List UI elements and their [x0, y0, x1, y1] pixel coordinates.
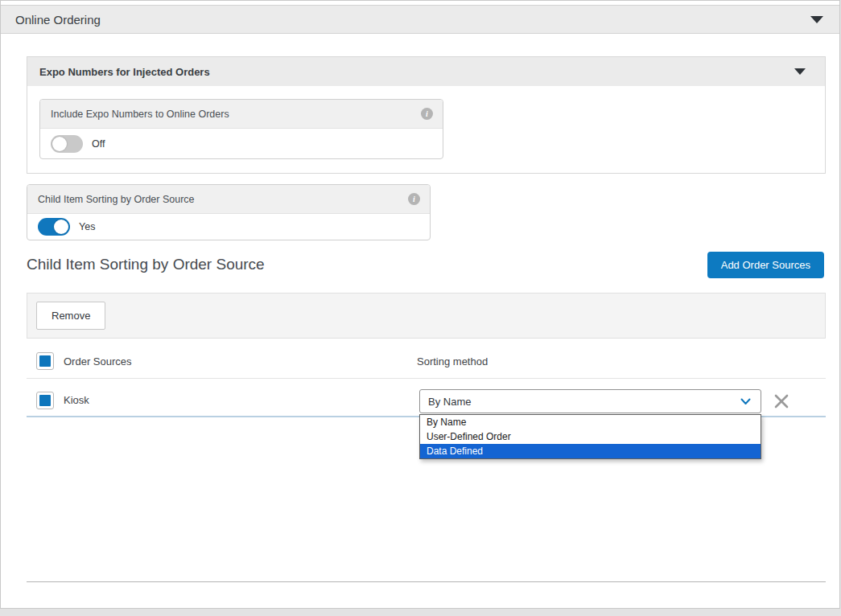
include-expo-numbers-toggle[interactable] [51, 135, 83, 153]
column-header-sorting-method: Sorting method [417, 355, 488, 368]
select-all-checkbox[interactable] [36, 352, 54, 370]
order-source-name: Kiosk [64, 394, 89, 406]
toggle-state-label: Off [92, 138, 105, 150]
expo-numbers-title: Expo Numbers for Injected Orders [39, 66, 210, 78]
chevron-down-icon[interactable] [794, 68, 806, 75]
include-expo-numbers-card-body: Off [40, 129, 443, 158]
include-expo-numbers-label: Include Expo Numbers to Online Orders [51, 109, 229, 120]
online-ordering-page: Online Ordering Expo Numbers for Injecte… [0, 0, 840, 609]
add-order-sources-button[interactable]: Add Order Sources [707, 252, 824, 278]
info-icon[interactable]: i [421, 108, 433, 120]
include-expo-numbers-card: Include Expo Numbers to Online Orders i … [39, 99, 443, 159]
expo-numbers-panel: Expo Numbers for Injected Orders Include… [27, 56, 826, 174]
checkbox-checkmark [39, 395, 51, 406]
dropdown-option-data-defined[interactable]: Data Defined [420, 444, 761, 458]
remove-button[interactable]: Remove [36, 302, 105, 330]
info-icon[interactable]: i [408, 193, 420, 205]
chevron-down-icon [740, 398, 751, 405]
chevron-down-icon[interactable] [810, 16, 823, 23]
child-item-sorting-card: Child Item Sorting by Order Source i Yes [27, 184, 431, 240]
dropdown-option-user-defined-order[interactable]: User-Defined Order [420, 429, 761, 444]
child-item-sorting-toggle[interactable] [38, 218, 70, 236]
order-sources-toolbar: Remove [27, 293, 826, 339]
order-sources-table-header: Order Sources Sorting method [27, 343, 826, 379]
toggle-state-label: Yes [79, 221, 95, 232]
toggle-knob [54, 220, 68, 234]
table-row-kiosk: Kiosk By Name [27, 379, 826, 417]
online-ordering-section-header[interactable]: Online Ordering [1, 5, 839, 34]
row-checkbox[interactable] [36, 392, 54, 409]
remove-row-x-icon[interactable] [773, 393, 789, 409]
toggle-knob [52, 137, 67, 151]
child-item-sorting-card-header: Child Item Sorting by Order Source i [27, 185, 430, 214]
page-title: Online Ordering [15, 13, 101, 27]
column-header-order-sources: Order Sources [64, 355, 132, 368]
child-item-sorting-card-body: Yes [27, 214, 430, 240]
child-item-sorting-label: Child Item Sorting by Order Source [38, 194, 195, 205]
bottom-divider [27, 581, 826, 582]
selected-value: By Name [428, 396, 471, 408]
checkbox-checkmark [39, 355, 51, 367]
include-expo-numbers-card-header: Include Expo Numbers to Online Orders i [40, 100, 443, 129]
sorting-method-dropdown: By Name User-Defined Order Data Defined [419, 414, 761, 459]
sorting-method-select[interactable]: By Name [419, 389, 761, 413]
expo-numbers-panel-header[interactable]: Expo Numbers for Injected Orders [27, 57, 825, 86]
dropdown-option-by-name[interactable]: By Name [420, 415, 761, 429]
child-item-sorting-heading: Child Item Sorting by Order Source [27, 256, 265, 273]
